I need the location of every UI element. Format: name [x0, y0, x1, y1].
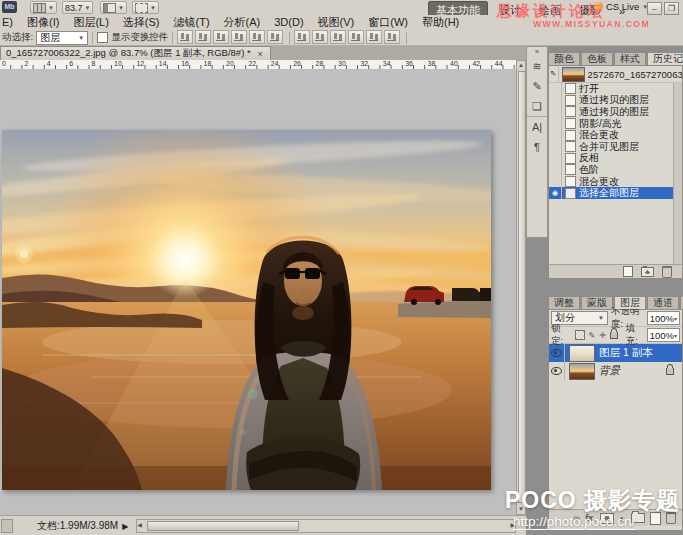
visibility-toggle[interactable] [549, 362, 565, 380]
collapse-dock-icon[interactable]: » [527, 47, 547, 56]
auto-select-dropdown[interactable]: 图层▼ [36, 31, 88, 45]
new-group-icon[interactable] [631, 513, 645, 523]
history-brush-gutter[interactable] [549, 83, 562, 95]
history-brush-gutter[interactable] [549, 153, 562, 165]
link-layers-icon[interactable]: ∞ [574, 513, 580, 523]
add-layer-mask-icon[interactable] [600, 513, 614, 524]
canvas-pasteboard[interactable] [0, 69, 516, 515]
distribute-button-4[interactable] [366, 30, 382, 44]
tab-调整[interactable]: 调整 [548, 296, 580, 309]
minimize-button[interactable]: – [647, 2, 662, 15]
screen-mode-button[interactable]: ▼ [132, 1, 159, 14]
distribute-button-2[interactable] [330, 30, 346, 44]
scrollbar-thumb[interactable] [147, 521, 299, 531]
layer-style-icon[interactable]: fx. [585, 513, 596, 523]
history-state-row[interactable]: ◉选择全部图层 [549, 187, 682, 199]
menu-item-0[interactable]: E) [0, 15, 20, 30]
history-state-row[interactable]: 通过拷贝的图层 [549, 106, 682, 118]
align-button-3[interactable] [231, 30, 247, 44]
history-brush-gutter[interactable] [549, 129, 562, 141]
brush-panel-icon[interactable]: ≋ [527, 56, 547, 76]
character-panel-icon[interactable]: A| [527, 116, 547, 137]
restore-button[interactable]: ❐ [664, 2, 679, 15]
history-state-row[interactable]: 合并可见图层 [549, 141, 682, 153]
menu-item-5[interactable]: 分析(A) [217, 15, 268, 30]
align-button-1[interactable] [195, 30, 211, 44]
menu-item-9[interactable]: 帮助(H) [415, 15, 466, 30]
history-state-row[interactable]: 阴影/高光 [549, 118, 682, 130]
document-tab[interactable]: 0_165727006322_2.jpg @ 83.7% (图层 1 副本, R… [0, 46, 271, 60]
horizontal-scrollbar[interactable]: ◀ ▶ [136, 519, 516, 533]
status-expand-icon[interactable]: ▶ [122, 522, 128, 531]
layer-row[interactable]: 图层 1 副本 [549, 344, 682, 362]
cs-live-button[interactable]: CS Live ▼ [594, 1, 648, 12]
clone-source-icon[interactable]: ✎ [527, 76, 547, 96]
history-scrollbar[interactable] [673, 83, 682, 265]
tab-颜色[interactable]: 颜色 [548, 52, 580, 65]
paragraph-panel-icon[interactable]: ¶ [527, 137, 547, 157]
align-button-0[interactable] [177, 30, 193, 44]
align-button-2[interactable] [213, 30, 229, 44]
fill-field[interactable]: 100%▾ [647, 328, 680, 342]
menu-item-3[interactable]: 选择(S) [116, 15, 167, 30]
delete-layer-icon[interactable] [666, 512, 676, 524]
arrange-documents-button[interactable]: ▼ [100, 1, 127, 14]
history-state-row[interactable]: 混合更改 [549, 129, 682, 141]
history-brush-gutter[interactable] [549, 164, 562, 176]
zoom-field[interactable] [1, 519, 13, 533]
close-tab-icon[interactable]: × [256, 49, 265, 59]
history-brush-gutter[interactable]: ◉ [549, 187, 562, 199]
delete-state-icon[interactable] [662, 266, 672, 278]
menu-item-4[interactable]: 滤镜(T) [167, 15, 217, 30]
view-extras-button[interactable]: ▼ [30, 1, 57, 14]
menu-item-6[interactable]: 3D(D) [267, 15, 310, 30]
distribute-button-3[interactable] [348, 30, 364, 44]
scroll-up-icon[interactable]: ▲ [517, 61, 525, 70]
photo-canvas[interactable] [2, 130, 491, 490]
lock-image-pixels-icon[interactable]: ✎ [589, 331, 596, 340]
layer-row[interactable]: 背景 [549, 362, 682, 380]
tab-样式[interactable]: 样式 [614, 52, 646, 65]
menu-item-7[interactable]: 视图(V) [311, 15, 362, 30]
mini-bridge-icon[interactable]: Mb [2, 1, 17, 13]
new-document-from-state-icon[interactable] [623, 266, 633, 277]
history-state-row[interactable]: 打开 [549, 83, 682, 95]
new-snapshot-icon[interactable] [641, 267, 654, 277]
tab-色板[interactable]: 色板 [581, 52, 613, 65]
distribute-button-5[interactable] [384, 30, 400, 44]
new-adjustment-layer-icon[interactable]: ◐ [619, 513, 625, 524]
visibility-toggle[interactable] [549, 344, 565, 362]
scroll-down-icon[interactable]: ▼ [517, 505, 525, 514]
history-state-row[interactable]: 混合更改 [549, 176, 682, 188]
opacity-field[interactable]: 100%▾ [647, 311, 680, 325]
history-state-row[interactable]: 通过拷贝的图层 [549, 95, 682, 107]
history-snapshot-row[interactable]: ✎ 2572670_165727006322_2.jpg [549, 66, 682, 83]
distribute-button-1[interactable] [312, 30, 328, 44]
animation-panel-icon[interactable]: ❏ [527, 96, 547, 116]
history-brush-gutter[interactable] [549, 176, 562, 188]
lock-transparent-pixels-icon[interactable] [575, 330, 585, 340]
history-brush-gutter[interactable] [549, 106, 562, 118]
lock-all-icon[interactable] [610, 332, 618, 339]
scroll-right-icon[interactable]: ▶ [510, 521, 515, 530]
history-brush-gutter[interactable] [549, 118, 562, 130]
history-state-row[interactable]: 反相 [549, 153, 682, 165]
tab-通道[interactable]: 通道 [647, 296, 679, 309]
scroll-left-icon[interactable]: ◀ [137, 521, 142, 530]
history-brush-icon[interactable]: ✎ [549, 66, 559, 82]
history-state-row[interactable]: 色阶 [549, 164, 682, 176]
lock-position-icon[interactable]: ✛ [599, 331, 606, 340]
vertical-scrollbar[interactable]: ▲ ▼ [516, 60, 526, 515]
show-transform-checkbox[interactable] [97, 32, 108, 43]
history-brush-gutter[interactable] [549, 95, 562, 107]
scrollbar-thumb[interactable] [518, 71, 526, 503]
tab-图层[interactable]: 图层 [614, 296, 646, 309]
distribute-button-0[interactable] [294, 30, 310, 44]
menu-item-1[interactable]: 图像(I) [20, 15, 66, 30]
zoom-level-control[interactable]: 83.7▼ [62, 1, 93, 14]
tab-蒙版[interactable]: 蒙版 [581, 296, 613, 309]
tab-历史记录[interactable]: 历史记录 [647, 52, 683, 65]
menu-item-2[interactable]: 图层(L) [66, 15, 115, 30]
history-brush-gutter[interactable] [549, 141, 562, 153]
new-layer-icon[interactable] [650, 512, 661, 525]
